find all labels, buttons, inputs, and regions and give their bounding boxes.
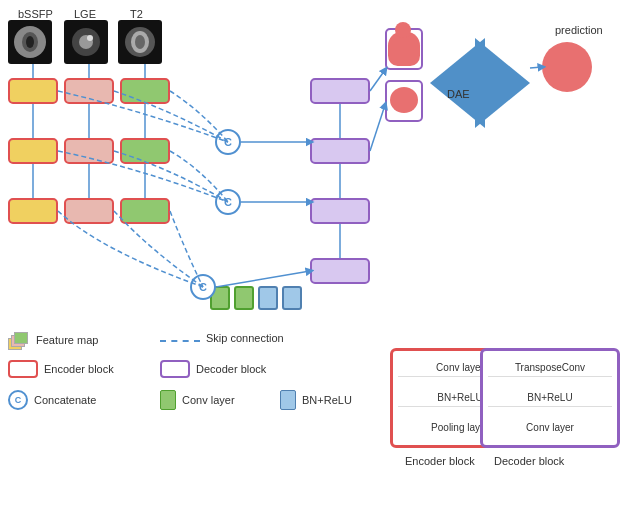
dae-input-silhouette — [385, 28, 423, 70]
legend-skip-connection: Skip connection — [160, 330, 284, 346]
decoder-row3 — [310, 198, 370, 224]
concat-label: Concatenate — [34, 394, 96, 406]
encoder-yellow-row3 — [8, 198, 58, 224]
prediction-circle — [542, 42, 592, 92]
encoder-green-row2 — [120, 138, 170, 164]
decoder-block-label: Decoder block — [196, 363, 266, 375]
skip-connection-icon — [160, 330, 200, 342]
legend-conv-layer: Conv layer — [160, 390, 235, 410]
svg-line-15 — [370, 70, 385, 91]
encoder-green-row3 — [120, 198, 170, 224]
decoder-block-icon — [160, 360, 190, 378]
mri-lge — [64, 20, 108, 64]
pink-oval-shape — [390, 87, 418, 113]
decoder-row4 — [310, 258, 370, 284]
dec-detail-row3: Conv layer — [488, 419, 612, 436]
svg-line-17 — [530, 67, 542, 68]
encoder-block-label: Encoder block — [44, 363, 114, 375]
small-bn-block2 — [282, 286, 302, 310]
dae-label: DAE — [447, 88, 470, 100]
decoder-row1 — [310, 78, 370, 104]
dae-right-trapezoid — [475, 38, 530, 128]
feature-map-label: Feature map — [36, 334, 98, 346]
dae-input-circle — [385, 80, 423, 122]
encoder-green-row1 — [120, 78, 170, 104]
dec-detail-row1: TransposeConv — [488, 359, 612, 377]
small-conv-block2 — [234, 286, 254, 310]
conv-layer-icon — [160, 390, 176, 410]
decoder-row2 — [310, 138, 370, 164]
encoder-pink-row3 — [64, 198, 114, 224]
svg-line-11 — [216, 271, 310, 287]
encoder-pink-row1 — [64, 78, 114, 104]
dec-detail-row2: BN+ReLU — [488, 389, 612, 407]
legend-feature-map: Feature map — [8, 330, 98, 350]
label-lge: LGE — [74, 8, 96, 20]
bn-relu-label: BN+ReLU — [302, 394, 352, 406]
legend-concatenate: C Concatenate — [8, 390, 96, 410]
diagram: bSSFP LGE T2 C C C DAE prediction — [0, 0, 640, 509]
mri-t2 — [118, 20, 162, 64]
encoder-yellow-row2 — [8, 138, 58, 164]
concat-icon: C — [8, 390, 28, 410]
legend-bn-relu: BN+ReLU — [280, 390, 352, 410]
prediction-label: prediction — [555, 24, 603, 36]
decoder-detail-box: TransposeConv BN+ReLU Conv layer — [480, 348, 620, 448]
decoder-detail-label: Decoder block — [494, 455, 564, 467]
bn-relu-icon — [280, 390, 296, 410]
skip-connection-label: Skip connection — [206, 332, 284, 344]
concat-circle-2: C — [215, 189, 241, 215]
label-bssfp: bSSFP — [18, 8, 53, 20]
svg-line-16 — [370, 105, 385, 151]
concat-circle-1: C — [215, 129, 241, 155]
encoder-detail-label: Encoder block — [405, 455, 475, 467]
legend-encoder-block: Encoder block — [8, 360, 114, 378]
encoder-yellow-row1 — [8, 78, 58, 104]
small-bn-block1 — [258, 286, 278, 310]
legend-decoder-block: Decoder block — [160, 360, 266, 378]
conv-layer-label: Conv layer — [182, 394, 235, 406]
label-t2: T2 — [130, 8, 143, 20]
mri-bssfp — [8, 20, 52, 64]
feature-map-icon — [8, 330, 30, 350]
concat-circle-3: C — [190, 274, 216, 300]
silhouette-shape — [388, 32, 420, 66]
encoder-block-icon — [8, 360, 38, 378]
encoder-pink-row2 — [64, 138, 114, 164]
